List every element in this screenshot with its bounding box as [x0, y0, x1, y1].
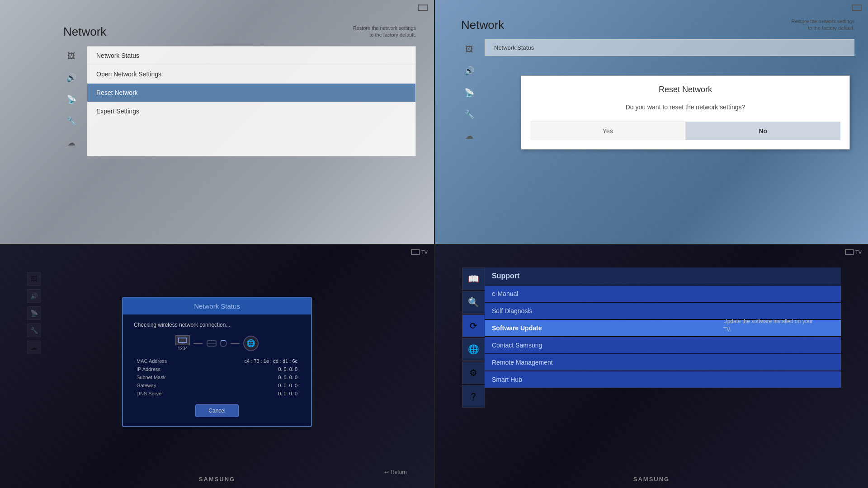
tv-text-br: TV: [855, 249, 862, 255]
quadrant-bottom-right: TV 📖 🔍 ⟳ 🌐 ⚙ ? Support e-Manual Self Dia…: [434, 244, 868, 488]
dns-value: 0. 0. 0. 0: [217, 390, 299, 397]
bg-icon-2: 🔊: [27, 289, 41, 303]
support-item-contactsamsung[interactable]: Contact Samsung: [485, 337, 841, 353]
image-icon-tr[interactable]: 🖼: [461, 41, 477, 57]
gateway-value: 0. 0. 0. 0: [217, 382, 299, 389]
ip-label: IP Address: [135, 366, 217, 373]
support-sidebar: 📖 🔍 ⟳ 🌐 ⚙ ?: [462, 267, 485, 461]
support-item-smarthub[interactable]: Smart Hub: [485, 371, 841, 388]
menu-item-open-network[interactable]: Open Network Settings: [87, 65, 415, 84]
return-bar: ↩ Return: [384, 469, 407, 475]
sidebar-tl: 🖼 🔊 📡 🔧 ☁: [63, 46, 80, 156]
bg-icon-4: 🔧: [27, 324, 41, 337]
bezel-rect: [418, 5, 428, 11]
mac-label: MAC Address: [135, 357, 217, 365]
net-device-label: 1234: [175, 346, 190, 351]
menu-item-network-status[interactable]: Network Status: [87, 47, 415, 65]
quadrant-top-right: Network Restore the network settings to …: [434, 0, 868, 244]
dialog-buttons: Yes No: [530, 122, 840, 140]
support-item-remotemanagement[interactable]: Remote Management: [485, 354, 841, 371]
network-body-tl: 🖼 🔊 📡 🔧 ☁ Network Status Open Network Se…: [63, 46, 416, 156]
gateway-row: Gateway 0. 0. 0. 0: [135, 382, 299, 389]
dialog-yes-button[interactable]: Yes: [530, 122, 686, 140]
settings-icon-tr[interactable]: 🔧: [461, 106, 477, 122]
network-body-tr: 🖼 🔊 📡 🔧 ☁ Network Status Reset Network D…: [461, 39, 854, 150]
support-description: Update the software installed on your TV…: [723, 317, 814, 333]
network-icon-tr[interactable]: ☁: [461, 128, 477, 144]
net-line-1: [193, 343, 203, 344]
sidebar-tr: 🖼 🔊 📡 🔧 ☁: [461, 39, 477, 150]
network-desc-tr: Restore the network settings to the fact…: [791, 18, 854, 32]
loading-spinner: [220, 340, 227, 347]
cancel-button[interactable]: Cancel: [195, 404, 238, 417]
dialog-title: Reset Network: [530, 85, 840, 94]
return-arrow: ↩: [384, 469, 389, 475]
sound-icon-tr[interactable]: 🔊: [461, 63, 477, 79]
sound-icon[interactable]: 🔊: [63, 70, 80, 86]
support-item-emanual[interactable]: e-Manual: [485, 286, 841, 302]
status-dialog-header: Network Status: [123, 298, 311, 314]
bezel-indicator-tl: [418, 5, 428, 11]
broadcast-icon-tr[interactable]: 📡: [461, 84, 477, 101]
mac-row: MAC Address c4 : 73 : 1e : cd : d1 : 6c: [135, 357, 299, 365]
dns-row: DNS Server 0. 0. 0. 0: [135, 390, 299, 397]
status-checking-text: Checking wireless network connection...: [134, 322, 300, 328]
status-dialog-body: Checking wireless network connection... …: [123, 314, 311, 426]
tv-label-br: TV: [845, 249, 862, 255]
ip-row: IP Address 0. 0. 0. 0: [135, 366, 299, 373]
svg-rect-0: [179, 338, 187, 343]
subnet-label: Subnet Mask: [135, 374, 217, 381]
network-diagram: 1234 🌐: [134, 335, 300, 351]
network-menu-tr: Network Restore the network settings to …: [461, 18, 854, 230]
network-icon[interactable]: ☁: [63, 135, 80, 151]
quadrant-bottom-left: TV 🖼 🔊 📡 🔧 ☁ Network Status Checking wir…: [0, 244, 434, 488]
bg-icon-3: 📡: [27, 306, 41, 320]
support-icon-diagnostic[interactable]: 🔍: [462, 291, 485, 314]
quadrant-top-left: Network Restore the network settings to …: [0, 0, 434, 244]
network-menu-tl: Network Restore the network settings to …: [63, 25, 416, 226]
menu-item-reset-network[interactable]: Reset Network: [87, 84, 415, 102]
tv-text-bl: TV: [421, 249, 428, 255]
ip-value: 0. 0. 0. 0: [217, 366, 299, 373]
dns-label: DNS Server: [135, 390, 217, 397]
bezel-rect-tr: [852, 5, 862, 11]
network-header-tl: Network Restore the network settings to …: [63, 25, 416, 39]
bg-icon-5: ☁: [27, 341, 41, 354]
support-icon-smarthub[interactable]: ?: [462, 385, 485, 408]
net-middle: [206, 339, 227, 348]
tv-rect-br: [845, 249, 854, 255]
broadcast-icon[interactable]: 📡: [63, 91, 80, 108]
support-icon-book[interactable]: 📖: [462, 267, 485, 290]
status-dialog: Network Status Checking wireless network…: [122, 297, 312, 427]
network-menu-list-tl: Network Status Open Network Settings Res…: [87, 46, 416, 156]
support-menu-items: e-Manual Self Diagnosis Software Update …: [485, 286, 841, 388]
network-desc-tl: Restore the network settings to the fact…: [353, 25, 416, 39]
mac-value: c4 : 73 : 1e : cd : d1 : 6c: [217, 357, 299, 365]
vertical-divider: [434, 0, 435, 488]
support-icon-contact[interactable]: 🌐: [462, 338, 485, 361]
support-icon-update[interactable]: ⟳: [462, 314, 485, 337]
status-table: MAC Address c4 : 73 : 1e : cd : d1 : 6c …: [134, 357, 300, 398]
network-header-tr: Network Restore the network settings to …: [461, 18, 854, 32]
tv-rect-bl: [411, 249, 420, 255]
bezel-indicator-tr: [852, 5, 862, 11]
support-title: Support: [485, 267, 841, 285]
support-icon-settings[interactable]: ⚙: [462, 361, 485, 384]
network-status-container: 🖼 🔊 📡 🔧 ☁ Network Status Checking wirele…: [14, 258, 420, 465]
dialog-message: Do you want to reset the network setting…: [530, 103, 840, 111]
net-globe-icon: 🌐: [243, 336, 259, 351]
net-line-2: [231, 343, 240, 344]
net-device-icon: [175, 335, 190, 345]
gateway-label: Gateway: [135, 382, 217, 389]
dialog-no-button[interactable]: No: [686, 122, 841, 140]
tv-label-bl: TV: [411, 249, 428, 255]
menu-item-expert-settings[interactable]: Expert Settings: [87, 102, 415, 120]
support-item-selfdiagnosis[interactable]: Self Diagnosis: [485, 303, 841, 319]
subnet-row: Subnet Mask 0. 0. 0. 0: [135, 374, 299, 381]
settings-icon[interactable]: 🔧: [63, 113, 80, 129]
network-status-label-tr: Network Status: [485, 39, 854, 56]
image-icon[interactable]: 🖼: [63, 48, 80, 64]
bg-sidebar-bl: 🖼 🔊 📡 🔧 ☁: [27, 272, 41, 354]
support-menu-panel: Support e-Manual Self Diagnosis Software…: [485, 267, 841, 461]
network-title-tr: Network: [461, 18, 504, 32]
